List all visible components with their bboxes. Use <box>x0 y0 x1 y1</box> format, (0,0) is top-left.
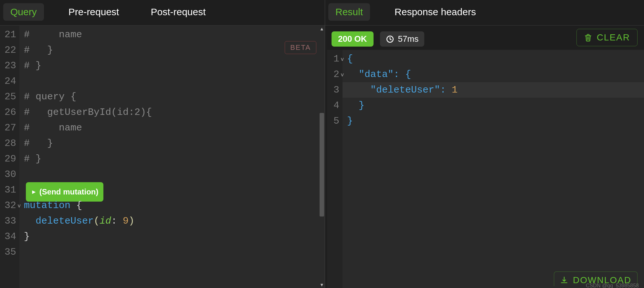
status-badge: 200 OK <box>332 31 374 47</box>
send-mutation-label: (Send mutation) <box>39 184 99 200</box>
request-tabs: QueryPre-requestPost-request <box>0 0 325 26</box>
tab-response-headers[interactable]: Response headers <box>387 3 483 21</box>
query-scrollbar[interactable]: ▲ ▼ <box>319 26 325 288</box>
time-badge: 57ms <box>380 31 425 47</box>
watermark: CSDN @qq_53985858 <box>586 283 639 288</box>
tab-result[interactable]: Result <box>328 3 370 21</box>
play-icon: ► <box>31 184 37 200</box>
download-icon <box>560 276 568 284</box>
trash-icon <box>584 33 592 42</box>
scroll-down-icon[interactable]: ▼ <box>320 282 324 287</box>
query-code[interactable]: # name# }# } # query {# getUserById(id:2… <box>19 26 325 288</box>
query-gutter: 212223242526272829303132v333435 <box>0 26 19 288</box>
app-root: QueryPre-requestPost-request BETA 212223… <box>0 0 644 288</box>
clock-icon <box>386 35 394 43</box>
tab-post-request[interactable]: Post-request <box>143 3 213 21</box>
response-tabs: ResultResponse headers <box>325 0 644 26</box>
status-row: 200 OK 57ms CLEAR <box>325 26 644 50</box>
request-pane: QueryPre-requestPost-request BETA 212223… <box>0 0 325 288</box>
clear-button[interactable]: CLEAR <box>576 29 638 46</box>
result-editor[interactable]: 1v2v345 { "data": { "deleteUser": 1 }} <box>327 50 644 288</box>
query-editor-wrap: BETA 212223242526272829303132v333435 # n… <box>0 26 325 288</box>
clear-label: CLEAR <box>597 32 630 43</box>
result-gutter: 1v2v345 <box>327 50 343 288</box>
scroll-thumb[interactable] <box>320 113 324 216</box>
result-code[interactable]: { "data": { "deleteUser": 1 }} <box>343 50 644 288</box>
tab-pre-request[interactable]: Pre-request <box>61 3 126 21</box>
scroll-up-icon[interactable]: ▲ <box>320 26 324 31</box>
result-editor-wrap: 1v2v345 { "data": { "deleteUser": 1 }} <box>325 50 644 288</box>
response-pane: ResultResponse headers 200 OK 57ms CLEAR… <box>325 0 644 288</box>
time-value: 57ms <box>398 34 419 44</box>
tab-query[interactable]: Query <box>3 3 44 21</box>
query-editor[interactable]: 212223242526272829303132v333435 # name# … <box>0 26 325 288</box>
